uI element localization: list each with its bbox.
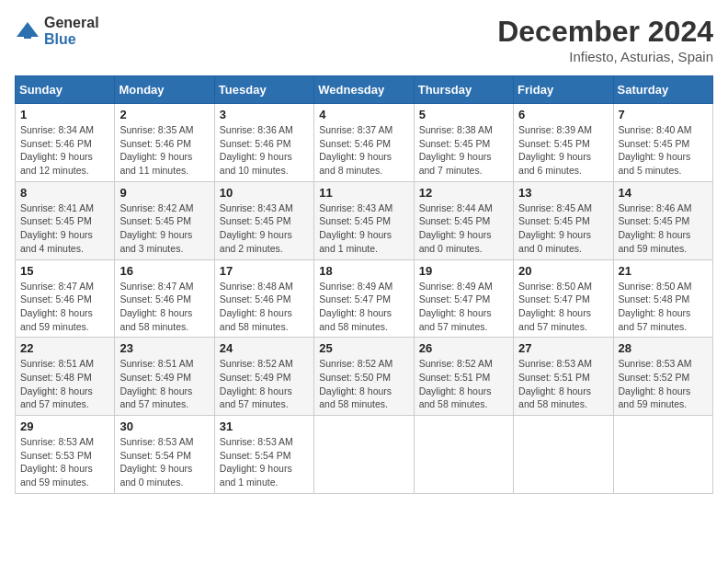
calendar-cell: 9Sunrise: 8:42 AM Sunset: 5:45 PM Daylig… bbox=[115, 181, 214, 259]
calendar-week-row: 8Sunrise: 8:41 AM Sunset: 5:45 PM Daylig… bbox=[16, 181, 713, 259]
day-number: 1 bbox=[20, 108, 109, 121]
day-detail: Sunrise: 8:47 AM Sunset: 5:46 PM Dayligh… bbox=[20, 280, 109, 334]
day-number: 28 bbox=[619, 341, 708, 355]
month-title: December 2024 bbox=[497, 15, 713, 49]
day-detail: Sunrise: 8:46 AM Sunset: 5:45 PM Dayligh… bbox=[619, 201, 708, 256]
calendar-cell: 2Sunrise: 8:35 AM Sunset: 5:46 PM Daylig… bbox=[115, 104, 214, 182]
calendar-cell: 11Sunrise: 8:43 AM Sunset: 5:45 PM Dayli… bbox=[314, 181, 414, 259]
calendar-cell: 3Sunrise: 8:36 AM Sunset: 5:46 PM Daylig… bbox=[214, 104, 313, 182]
day-detail: Sunrise: 8:53 AM Sunset: 5:51 PM Dayligh… bbox=[518, 357, 608, 411]
day-detail: Sunrise: 8:39 AM Sunset: 5:45 PM Dayligh… bbox=[518, 123, 608, 178]
calendar-cell: 13Sunrise: 8:45 AM Sunset: 5:45 PM Dayli… bbox=[514, 181, 613, 259]
day-number: 25 bbox=[319, 341, 408, 355]
day-detail: Sunrise: 8:36 AM Sunset: 5:46 PM Dayligh… bbox=[220, 123, 309, 178]
day-detail: Sunrise: 8:43 AM Sunset: 5:45 PM Dayligh… bbox=[319, 201, 408, 256]
day-number: 7 bbox=[619, 108, 708, 121]
day-detail: Sunrise: 8:44 AM Sunset: 5:45 PM Dayligh… bbox=[419, 201, 508, 256]
calendar-cell: 25Sunrise: 8:52 AM Sunset: 5:50 PM Dayli… bbox=[314, 338, 414, 416]
day-detail: Sunrise: 8:48 AM Sunset: 5:46 PM Dayligh… bbox=[220, 280, 309, 334]
weekday-header-wednesday: Wednesday bbox=[314, 76, 414, 104]
calendar-cell: 12Sunrise: 8:44 AM Sunset: 5:45 PM Dayli… bbox=[414, 181, 513, 259]
day-number: 24 bbox=[220, 341, 309, 355]
day-detail: Sunrise: 8:52 AM Sunset: 5:51 PM Dayligh… bbox=[419, 357, 508, 411]
day-detail: Sunrise: 8:43 AM Sunset: 5:45 PM Dayligh… bbox=[220, 201, 309, 256]
weekday-header-friday: Friday bbox=[514, 76, 613, 104]
calendar-cell: 18Sunrise: 8:49 AM Sunset: 5:47 PM Dayli… bbox=[314, 259, 414, 338]
calendar-week-row: 22Sunrise: 8:51 AM Sunset: 5:48 PM Dayli… bbox=[16, 338, 713, 416]
location: Infiesto, Asturias, Spain bbox=[497, 49, 713, 64]
calendar-cell: 22Sunrise: 8:51 AM Sunset: 5:48 PM Dayli… bbox=[16, 338, 115, 416]
calendar-cell: 26Sunrise: 8:52 AM Sunset: 5:51 PM Dayli… bbox=[414, 338, 513, 416]
weekday-header-tuesday: Tuesday bbox=[214, 76, 313, 104]
calendar-table: SundayMondayTuesdayWednesdayThursdayFrid… bbox=[15, 75, 713, 494]
day-detail: Sunrise: 8:35 AM Sunset: 5:46 PM Dayligh… bbox=[119, 123, 209, 178]
calendar-cell: 21Sunrise: 8:50 AM Sunset: 5:48 PM Dayli… bbox=[613, 259, 712, 338]
day-number: 12 bbox=[419, 186, 508, 200]
calendar-cell: 31Sunrise: 8:53 AM Sunset: 5:54 PM Dayli… bbox=[214, 416, 313, 494]
day-number: 10 bbox=[220, 186, 309, 200]
day-number: 19 bbox=[419, 264, 508, 278]
day-number: 6 bbox=[518, 108, 608, 121]
weekday-header-sunday: Sunday bbox=[16, 76, 115, 104]
logo-icon bbox=[15, 18, 40, 44]
calendar-cell: 15Sunrise: 8:47 AM Sunset: 5:46 PM Dayli… bbox=[16, 259, 115, 338]
calendar-cell bbox=[514, 416, 613, 494]
day-number: 15 bbox=[20, 264, 109, 278]
day-number: 13 bbox=[518, 186, 608, 200]
day-number: 31 bbox=[220, 419, 309, 433]
page-header: General Blue December 2024 Infiesto, Ast… bbox=[15, 15, 713, 64]
calendar-cell: 14Sunrise: 8:46 AM Sunset: 5:45 PM Dayli… bbox=[613, 181, 712, 259]
calendar-cell: 20Sunrise: 8:50 AM Sunset: 5:47 PM Dayli… bbox=[514, 259, 613, 338]
day-detail: Sunrise: 8:51 AM Sunset: 5:49 PM Dayligh… bbox=[119, 357, 209, 411]
calendar-cell: 16Sunrise: 8:47 AM Sunset: 5:46 PM Dayli… bbox=[115, 259, 214, 338]
calendar-cell: 19Sunrise: 8:49 AM Sunset: 5:47 PM Dayli… bbox=[414, 259, 513, 338]
day-detail: Sunrise: 8:52 AM Sunset: 5:50 PM Dayligh… bbox=[319, 357, 408, 411]
day-detail: Sunrise: 8:42 AM Sunset: 5:45 PM Dayligh… bbox=[119, 201, 209, 256]
day-detail: Sunrise: 8:40 AM Sunset: 5:45 PM Dayligh… bbox=[619, 123, 708, 178]
calendar-cell: 24Sunrise: 8:52 AM Sunset: 5:49 PM Dayli… bbox=[214, 338, 313, 416]
day-detail: Sunrise: 8:53 AM Sunset: 5:52 PM Dayligh… bbox=[619, 357, 708, 411]
calendar-cell: 17Sunrise: 8:48 AM Sunset: 5:46 PM Dayli… bbox=[214, 259, 313, 338]
day-detail: Sunrise: 8:50 AM Sunset: 5:48 PM Dayligh… bbox=[619, 280, 708, 334]
weekday-header-thursday: Thursday bbox=[414, 76, 513, 104]
calendar-cell: 28Sunrise: 8:53 AM Sunset: 5:52 PM Dayli… bbox=[613, 338, 712, 416]
logo-text: General Blue bbox=[44, 15, 99, 48]
day-detail: Sunrise: 8:45 AM Sunset: 5:45 PM Dayligh… bbox=[518, 201, 608, 256]
calendar-cell: 29Sunrise: 8:53 AM Sunset: 5:53 PM Dayli… bbox=[16, 416, 115, 494]
day-detail: Sunrise: 8:53 AM Sunset: 5:54 PM Dayligh… bbox=[119, 435, 209, 489]
calendar-cell: 6Sunrise: 8:39 AM Sunset: 5:45 PM Daylig… bbox=[514, 104, 613, 182]
day-detail: Sunrise: 8:51 AM Sunset: 5:48 PM Dayligh… bbox=[20, 357, 109, 411]
calendar-week-row: 15Sunrise: 8:47 AM Sunset: 5:46 PM Dayli… bbox=[16, 259, 713, 338]
calendar-cell: 5Sunrise: 8:38 AM Sunset: 5:45 PM Daylig… bbox=[414, 104, 513, 182]
day-number: 11 bbox=[319, 186, 408, 200]
calendar-cell bbox=[314, 416, 414, 494]
calendar-cell: 23Sunrise: 8:51 AM Sunset: 5:49 PM Dayli… bbox=[115, 338, 214, 416]
weekday-header-saturday: Saturday bbox=[613, 76, 712, 104]
day-number: 16 bbox=[119, 264, 209, 278]
day-number: 5 bbox=[419, 108, 508, 121]
calendar-cell: 4Sunrise: 8:37 AM Sunset: 5:46 PM Daylig… bbox=[314, 104, 414, 182]
svg-rect-1 bbox=[24, 33, 31, 39]
day-detail: Sunrise: 8:49 AM Sunset: 5:47 PM Dayligh… bbox=[419, 280, 508, 334]
day-number: 27 bbox=[518, 341, 608, 355]
logo: General Blue bbox=[15, 15, 99, 48]
day-number: 26 bbox=[419, 341, 508, 355]
day-number: 9 bbox=[119, 186, 209, 200]
calendar-cell bbox=[414, 416, 513, 494]
day-detail: Sunrise: 8:52 AM Sunset: 5:49 PM Dayligh… bbox=[220, 357, 309, 411]
day-detail: Sunrise: 8:47 AM Sunset: 5:46 PM Dayligh… bbox=[119, 280, 209, 334]
calendar-cell: 30Sunrise: 8:53 AM Sunset: 5:54 PM Dayli… bbox=[115, 416, 214, 494]
day-number: 8 bbox=[20, 186, 109, 200]
day-number: 29 bbox=[20, 419, 109, 433]
calendar-cell: 1Sunrise: 8:34 AM Sunset: 5:46 PM Daylig… bbox=[16, 104, 115, 182]
calendar-cell: 27Sunrise: 8:53 AM Sunset: 5:51 PM Dayli… bbox=[514, 338, 613, 416]
day-number: 3 bbox=[220, 108, 309, 121]
day-detail: Sunrise: 8:41 AM Sunset: 5:45 PM Dayligh… bbox=[20, 201, 109, 256]
day-detail: Sunrise: 8:37 AM Sunset: 5:46 PM Dayligh… bbox=[319, 123, 408, 178]
day-number: 21 bbox=[619, 264, 708, 278]
day-detail: Sunrise: 8:50 AM Sunset: 5:47 PM Dayligh… bbox=[518, 280, 608, 334]
calendar-week-row: 29Sunrise: 8:53 AM Sunset: 5:53 PM Dayli… bbox=[16, 416, 713, 494]
day-detail: Sunrise: 8:49 AM Sunset: 5:47 PM Dayligh… bbox=[319, 280, 408, 334]
day-number: 18 bbox=[319, 264, 408, 278]
day-detail: Sunrise: 8:53 AM Sunset: 5:53 PM Dayligh… bbox=[20, 435, 109, 489]
